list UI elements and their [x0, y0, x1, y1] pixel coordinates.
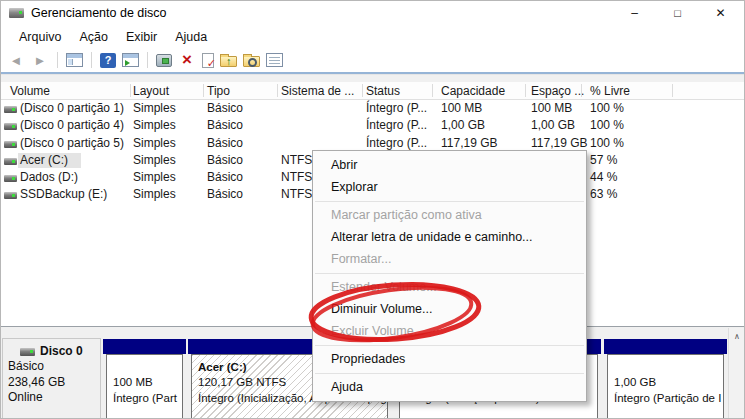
- menu-item-diminuir-volume[interactable]: Diminuir Volume...: [313, 298, 586, 320]
- vertical-scrollbar[interactable]: ∧: [728, 328, 745, 419]
- volume-icon: [4, 106, 17, 113]
- cell-layout: Simples: [133, 118, 176, 132]
- window-controls: – □ ✕: [613, 0, 742, 26]
- scroll-up-icon[interactable]: ∧: [729, 328, 745, 344]
- partition-size: 100 MB: [113, 375, 182, 390]
- cell-layout: Simples: [133, 187, 176, 201]
- partition-size: 1,00 GB: [614, 375, 723, 390]
- menu-item-estender-volume: Estender Volume...: [313, 276, 586, 298]
- partition-status: Íntegro (Partição de I: [614, 391, 723, 406]
- column-header-espa-o-[interactable]: Espaço ...: [531, 84, 584, 98]
- partition-name: [113, 360, 182, 375]
- column-header-capacidade[interactable]: Capacidade: [441, 84, 505, 98]
- menu-item-propriedades[interactable]: Propriedades: [313, 348, 586, 370]
- cell-sistema: NTFS: [281, 170, 312, 184]
- menu-item-formatar: Formatar...: [313, 248, 586, 270]
- volume-icon: [4, 141, 17, 148]
- minimize-button[interactable]: –: [613, 0, 656, 26]
- volume-row[interactable]: (Disco 0 partição 4)SimplesBásicoÍntegro…: [0, 117, 745, 134]
- delete-icon[interactable]: ×: [178, 52, 196, 69]
- volume-icon: [4, 192, 17, 199]
- column-divider[interactable]: [525, 84, 526, 97]
- cell-layout: Simples: [133, 170, 176, 184]
- checklist-icon[interactable]: [266, 53, 283, 67]
- partition-1[interactable]: 100 MBÍntegro (Part: [103, 339, 186, 419]
- cell-tipo: Básico: [207, 101, 243, 115]
- window-title: Gerenciamento de disco: [31, 6, 167, 20]
- cell-livre: 100 %: [590, 118, 624, 132]
- cell-layout: Simples: [133, 101, 176, 115]
- menu-item-abrir[interactable]: Abrir: [313, 154, 586, 176]
- menu-acao[interactable]: Ação: [70, 26, 117, 48]
- cell-tipo: Básico: [207, 118, 243, 132]
- partition-box[interactable]: 100 MBÍntegro (Part: [106, 354, 183, 419]
- column-divider[interactable]: [203, 84, 204, 97]
- volume-row[interactable]: (Disco 0 partição 1)SimplesBásicoÍntegro…: [0, 100, 745, 117]
- disk0-label-box[interactable]: Disco 0 Básico 238,46 GB Online: [2, 338, 101, 419]
- column-divider[interactable]: [362, 84, 363, 97]
- back-icon[interactable]: ◄: [7, 52, 25, 69]
- column-divider[interactable]: [277, 84, 278, 97]
- cell-espaco: 1,00 GB: [531, 118, 575, 132]
- menu-separator: [315, 373, 584, 374]
- column-header-sistema-de-[interactable]: Sistema de ...: [281, 84, 354, 98]
- column-header-layout[interactable]: Layout: [133, 84, 169, 98]
- console-window-icon[interactable]: [66, 53, 83, 67]
- forward-icon[interactable]: ►: [31, 52, 49, 69]
- show-hide-console-tree-icon[interactable]: [122, 53, 139, 67]
- toolbar-separator: [91, 52, 92, 68]
- partition-type-bar: [103, 339, 186, 354]
- cell-sistema: NTFS: [281, 153, 312, 167]
- disk-size: 238,46 GB: [8, 375, 100, 390]
- partition-type-bar: [604, 339, 727, 354]
- cell-livre: 100 %: [590, 136, 624, 150]
- toolbar-gap: [0, 74, 745, 82]
- toolbar-separator: [57, 52, 58, 68]
- cell-livre: 57 %: [590, 153, 617, 167]
- cell-espaco: 100 MB: [531, 101, 572, 115]
- volume-name: (Disco 0 partição 5): [20, 136, 124, 150]
- help-icon[interactable]: ?: [100, 53, 116, 68]
- menu-item-alterar-letra-de-unidade[interactable]: Alterar letra de unidade e caminho...: [313, 226, 586, 248]
- disk-type: Básico: [8, 359, 100, 374]
- cell-layout: Simples: [133, 136, 176, 150]
- volume-name: SSDBackup (E:): [20, 187, 107, 201]
- toolbar: ◄►?×✓↑: [0, 48, 745, 74]
- cell-tipo: Básico: [207, 136, 243, 150]
- column-header-status[interactable]: Status: [366, 84, 400, 98]
- context-menu: AbrirExplorarMarcar partição como ativaA…: [312, 150, 587, 402]
- folder-up-icon[interactable]: ↑: [220, 56, 237, 67]
- column-divider[interactable]: [672, 84, 673, 97]
- devices-icon[interactable]: [156, 54, 172, 67]
- column-divider[interactable]: [130, 84, 131, 97]
- column-divider[interactable]: [432, 84, 433, 97]
- maximize-button[interactable]: □: [656, 0, 699, 26]
- cell-livre: 100 %: [590, 101, 624, 115]
- menu-item-ajuda[interactable]: Ajuda: [313, 376, 586, 398]
- menu-exibir[interactable]: Exibir: [117, 26, 166, 48]
- cell-layout: Simples: [133, 153, 176, 167]
- column-header-%-livre[interactable]: % Livre: [590, 84, 630, 98]
- partition-box[interactable]: 1,00 GBÍntegro (Partição de I: [607, 354, 724, 419]
- title-bar: Gerenciamento de disco – □ ✕: [0, 0, 745, 26]
- menu-item-excluir-volume: Excluir Volume...: [313, 320, 586, 342]
- volume-name: (Disco 0 partição 4): [20, 118, 124, 132]
- menu-ajuda[interactable]: Ajuda: [166, 26, 216, 48]
- cell-capacidade: 117,19 GB: [441, 136, 497, 150]
- partition-4[interactable]: 1,00 GBÍntegro (Partição de I: [604, 339, 727, 419]
- cell-status: Íntegro (P...: [366, 101, 427, 115]
- disk-name: Disco 0: [40, 344, 83, 358]
- column-divider[interactable]: [581, 84, 582, 97]
- menu-separator: [315, 273, 584, 274]
- toolbar-separator: [147, 52, 148, 68]
- close-button[interactable]: ✕: [699, 0, 742, 26]
- column-header-volume[interactable]: Volume: [10, 84, 50, 98]
- folder-search-icon[interactable]: [243, 56, 260, 67]
- menu-item-explorar[interactable]: Explorar: [313, 176, 586, 198]
- properties-check-icon[interactable]: ✓: [202, 53, 214, 68]
- cell-tipo: Básico: [207, 153, 243, 167]
- column-header-tipo[interactable]: Tipo: [207, 84, 230, 98]
- menu-bar: ArquivoAçãoExibirAjuda: [0, 26, 745, 48]
- disk-icon: [20, 348, 35, 356]
- menu-arquivo[interactable]: Arquivo: [10, 26, 70, 48]
